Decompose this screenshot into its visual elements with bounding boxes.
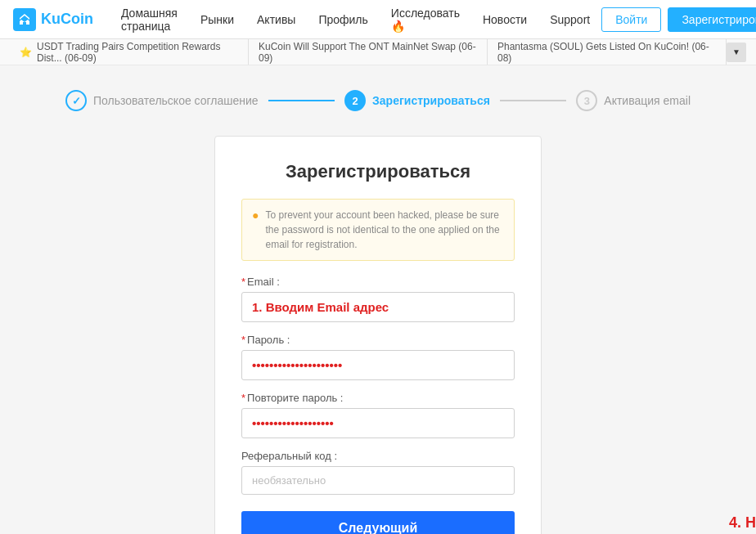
confirm-password-input[interactable] [241,408,515,438]
nav-profile[interactable]: Профиль [307,0,379,39]
ticker-item-0: ⭐ USDT Trading Pairs Competition Rewards… [10,39,249,65]
nav-assets[interactable]: Активы [245,0,307,39]
step-3-label: Активация email [604,94,691,107]
annotation-label: 4. Нажимаем [729,514,756,534]
password-input[interactable] [241,350,515,380]
step-1-circle: ✓ [65,90,87,111]
logo-text: KuCoin [41,11,93,28]
logo-icon [13,8,36,31]
step-2-circle: 2 [344,90,366,111]
password-label: *Пароль : [241,334,515,346]
referral-field-group: Реферальный код : [241,450,515,495]
warning-text: To prevent your account been hacked, ple… [265,208,504,252]
logo[interactable]: KuCoin [13,8,93,31]
register-button[interactable]: Зарегистрироваться [668,7,756,32]
step-2-label: Зарегистрироваться [372,94,490,107]
email-field-group: *Email : [241,276,515,322]
email-label: *Email : [241,276,515,288]
warning-icon: ● [252,209,259,222]
step-line-2 [500,100,566,101]
warning-box: ● To prevent your account been hacked, p… [241,199,515,261]
referral-input[interactable] [241,466,515,495]
main-content: ✓ Пользовательское соглашение 2 Зарегист… [0,65,756,534]
login-button[interactable]: Войти [601,7,661,32]
ticker-text-2: Phantasma (SOUL) Gets Listed On KuCoin! … [497,41,716,64]
nav-markets[interactable]: Рынки [189,0,245,39]
ticker-text-0: USDT Trading Pairs Competition Rewards D… [37,41,238,64]
step-3: 3 Активация email [576,90,691,111]
submit-button[interactable]: Следующий [241,511,515,534]
nav-links: Домашняя страница Рынки Активы Профиль И… [110,0,601,39]
nav-buttons: Войти Зарегистрироваться [601,7,756,32]
form-title: Зарегистрироваться [241,161,515,182]
ticker-bar: ⭐ USDT Trading Pairs Competition Rewards… [0,39,756,65]
password-field-group: *Пароль : [241,334,515,380]
confirm-password-label: *Повторите пароль : [241,392,515,404]
ticker-icon-0: ⭐ [20,47,32,58]
ticker-expand-button[interactable]: ▼ [727,43,746,62]
nav-support[interactable]: Support [538,0,601,39]
step-3-circle: 3 [576,90,597,111]
step-1: ✓ Пользовательское соглашение [65,90,259,111]
step-line-1 [268,100,335,101]
ticker-text-1: KuCoin Will Support The ONT MainNet Swap… [259,41,477,64]
confirm-password-field-group: *Повторите пароль : [241,392,515,438]
form-card: Зарегистрироваться ● To prevent your acc… [214,136,542,534]
nav-home[interactable]: Домашняя страница [110,0,189,39]
referral-label: Реферальный код : [241,450,515,462]
steps-bar: ✓ Пользовательское соглашение 2 Зарегист… [49,90,707,111]
step-1-label: Пользовательское соглашение [93,94,259,107]
ticker-item-1: KuCoin Will Support The ONT MainNet Swap… [249,39,488,65]
step-2: 2 Зарегистрироваться [344,90,490,111]
navbar: KuCoin Домашняя страница Рынки Активы Пр… [0,0,756,39]
email-input[interactable] [241,292,515,322]
annotation-wrapper: Зарегистрироваться ● To prevent your acc… [49,136,707,534]
ticker-item-2: Phantasma (SOUL) Gets Listed On KuCoin! … [488,39,727,65]
nav-news[interactable]: Новости [471,0,538,39]
nav-explore[interactable]: Исследовать 🔥 [380,0,471,39]
